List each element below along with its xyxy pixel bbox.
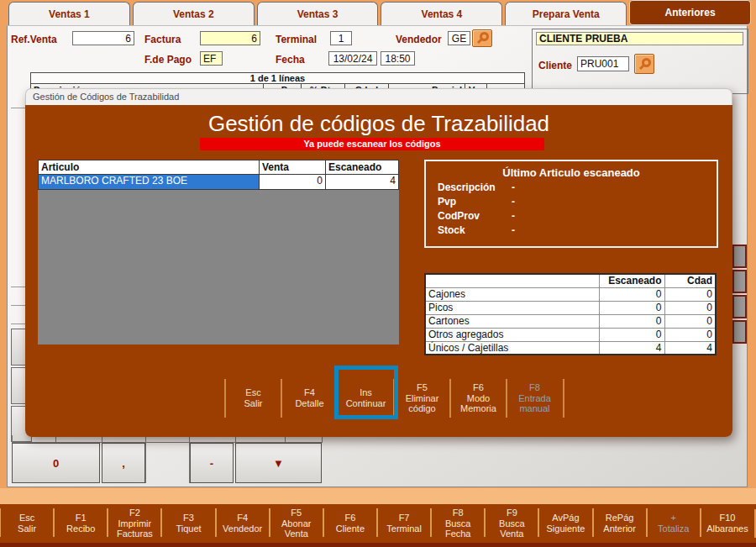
field-descripcion: Descripción - bbox=[438, 181, 717, 193]
cell-escaneado: 4 bbox=[325, 175, 398, 189]
traceability-modal: Gestión de Códigos de Trazabilidad Gesti… bbox=[25, 88, 732, 437]
row-cdad: 4 bbox=[664, 341, 716, 355]
fpago-input[interactable]: EF bbox=[200, 51, 223, 66]
row-escaneado: 4 bbox=[599, 341, 664, 355]
fn-f5-abonar-venta[interactable]: F5 Abonar Venta bbox=[270, 504, 323, 543]
scan-ready-banner: Ya puede escanear los códigos bbox=[200, 138, 544, 150]
search-icon bbox=[642, 58, 651, 67]
field-label: Pvp bbox=[438, 196, 512, 208]
tab-anteriores[interactable]: Anteriores bbox=[629, 0, 751, 25]
modal-f4-detalle-button[interactable]: F4 Detalle bbox=[281, 376, 338, 421]
vendedor-search-button[interactable] bbox=[472, 29, 492, 47]
tab-ventas-1[interactable]: Ventas 1 bbox=[8, 2, 130, 25]
row-cdad: 0 bbox=[664, 287, 716, 301]
search-icon bbox=[480, 32, 489, 41]
triangle-down-icon: ▼ bbox=[273, 457, 284, 470]
ref-venta-label: Ref.Venta bbox=[11, 34, 57, 45]
keypad-key-minus[interactable]: - bbox=[190, 443, 234, 483]
vendedor-input[interactable]: GE bbox=[448, 31, 470, 45]
fn-f1-recibo[interactable]: F1 Recibo bbox=[54, 504, 108, 543]
fn-f4-vendedor[interactable]: F4 Vendedor bbox=[216, 504, 270, 543]
hora-input[interactable]: 18:50 bbox=[381, 51, 415, 66]
cell-venta: 0 bbox=[259, 175, 325, 189]
fn-f8-busca-fecha[interactable]: F8 Busca Fecha bbox=[431, 504, 485, 543]
summary-col-blank bbox=[425, 274, 599, 287]
row-label: Cartones bbox=[425, 314, 599, 328]
cliente-label: Cliente bbox=[538, 60, 572, 71]
terminal-label: Terminal bbox=[276, 34, 317, 45]
continue-highlight-box bbox=[334, 366, 398, 419]
field-label: Descripción bbox=[438, 181, 512, 193]
keypad-key-0[interactable]: 0 bbox=[12, 443, 100, 483]
summary-col-escaneado: Escaneado bbox=[599, 274, 664, 287]
modal-esc-salir-button[interactable]: Esc Salir bbox=[225, 376, 281, 421]
modal-body: Gestión de códigos de Trazabilidad Ya pu… bbox=[25, 105, 732, 437]
cell-articulo: MARLBORO CRAFTED 23 BOE bbox=[39, 175, 259, 189]
factura-input[interactable]: 6 bbox=[200, 31, 260, 45]
row-label: Picos bbox=[425, 301, 599, 314]
row-escaneado: 0 bbox=[599, 301, 664, 314]
table-row[interactable]: MARLBORO CRAFTED 23 BOE 0 4 bbox=[38, 175, 399, 190]
summary-col-cdad: Cdad bbox=[664, 274, 716, 287]
fn-avpag-siguiente[interactable]: AvPág Siguiente bbox=[538, 504, 592, 543]
fn-f9-busca-venta[interactable]: F9 Busca Venta bbox=[485, 504, 538, 543]
bottom-edge bbox=[0, 543, 756, 547]
fn-totaliza: + Totaliza bbox=[647, 504, 701, 543]
ref-venta-input[interactable]: 6 bbox=[72, 31, 134, 45]
tab-ventas-3[interactable]: Ventas 3 bbox=[257, 2, 379, 25]
row-escaneado: 0 bbox=[599, 287, 664, 301]
modal-f6-modo-memoria-button[interactable]: F6 Modo Memoria bbox=[450, 376, 507, 421]
fecha-input[interactable]: 13/02/24 bbox=[328, 51, 377, 66]
field-value: - bbox=[512, 181, 515, 193]
keypad-key-comma[interactable]: , bbox=[102, 443, 145, 483]
field-pvp: Pvp - bbox=[438, 196, 717, 208]
tab-ventas-2[interactable]: Ventas 2 bbox=[133, 2, 255, 25]
fn-f2-imprimir-facturas[interactable]: F2 Imprimir Facturas bbox=[108, 504, 161, 543]
keypad-stub bbox=[145, 435, 146, 483]
fn-f7-terminal[interactable]: F7 Terminal bbox=[377, 504, 431, 543]
modal-f5-eliminar-codigo-button[interactable]: F5 Eliminar código bbox=[394, 376, 450, 421]
table-row: Cajones 0 0 bbox=[425, 287, 716, 301]
fn-f6-cliente[interactable]: F6 Cliente bbox=[323, 504, 377, 543]
field-label: Stock bbox=[438, 224, 512, 236]
col-venta: Venta bbox=[259, 160, 325, 174]
separator bbox=[563, 379, 564, 418]
keypad-key-down[interactable]: ▼ bbox=[235, 443, 322, 483]
side-button-fragment bbox=[732, 245, 747, 268]
field-label: CodProv bbox=[438, 210, 512, 222]
modal-f8-entrada-manual-button: F8 Entrada manual bbox=[507, 376, 563, 421]
last-scanned-title: Último Articulo escaneado bbox=[426, 166, 717, 179]
row-cdad: 0 bbox=[664, 328, 716, 341]
tab-ventas-4[interactable]: Ventas 4 bbox=[381, 2, 502, 25]
tab-bar: Ventas 1 Ventas 2 Ventas 3 Ventas 4 Prep… bbox=[8, 2, 751, 25]
fn-repag-anterior[interactable]: RePág Anterior bbox=[593, 504, 647, 543]
table-row: Picos 0 0 bbox=[425, 301, 716, 314]
fn-f10-albaranes[interactable]: F10 Albaranes bbox=[701, 504, 754, 543]
modal-titlebar: Gestión de Códigos de Trazabilidad bbox=[25, 88, 732, 105]
fn-f3-tiquet[interactable]: F3 Tiquet bbox=[161, 504, 215, 543]
client-name-field: CLIENTE PRUEBA bbox=[536, 32, 743, 45]
fpago-label: F.de Pago bbox=[144, 54, 192, 66]
row-escaneado: 0 bbox=[599, 328, 664, 341]
pos-screen: Ventas 1 Ventas 2 Ventas 3 Ventas 4 Prep… bbox=[0, 0, 756, 547]
last-scanned-panel: Último Articulo escaneado Descripción - … bbox=[424, 160, 718, 248]
field-value: - bbox=[512, 196, 515, 208]
cliente-input[interactable]: PRU001 bbox=[577, 56, 629, 71]
tab-prepara-venta[interactable]: Prepara Venta bbox=[505, 2, 627, 25]
table-row: Únicos / Cajetillas 4 4 bbox=[425, 341, 716, 355]
field-stock: Stock - bbox=[438, 224, 717, 236]
row-cdad: 0 bbox=[664, 314, 716, 328]
scan-table-empty-area bbox=[38, 190, 399, 345]
modal-title: Gestión de códigos de Trazabilidad bbox=[25, 111, 732, 137]
table-row: Otros agregados 0 0 bbox=[425, 328, 716, 341]
col-articulo: Articulo bbox=[39, 160, 259, 174]
bottom-band bbox=[0, 488, 756, 504]
function-bar: Esc Salir F1 Recibo F2 Imprimir Facturas… bbox=[0, 504, 756, 543]
row-escaneado: 0 bbox=[599, 314, 664, 328]
summary-header-row: Escaneado Cdad bbox=[425, 274, 716, 287]
terminal-input[interactable]: 1 bbox=[330, 31, 352, 45]
factura-label: Factura bbox=[144, 34, 181, 45]
cliente-search-button[interactable] bbox=[634, 54, 654, 74]
fn-esc-salir[interactable]: Esc Salir bbox=[0, 504, 54, 543]
field-value: - bbox=[512, 210, 515, 222]
